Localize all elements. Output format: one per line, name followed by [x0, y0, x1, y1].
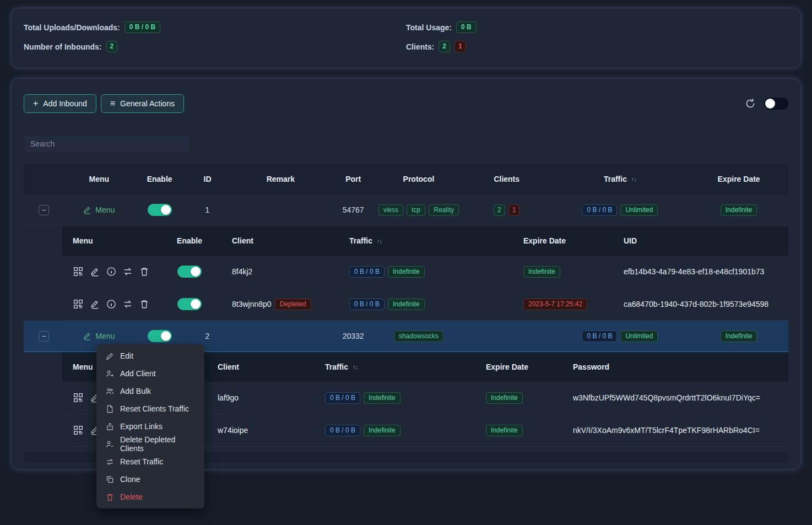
menu-item-label: Export Links: [120, 422, 163, 431]
inbound-id: 2: [186, 332, 230, 340]
inbound-port: 20332: [332, 332, 375, 340]
client-row-8f4kj2: 8f4kj2 0 B / 0 B Indefinite Indefinite e…: [62, 256, 788, 288]
sub-header-client: Client: [211, 236, 336, 245]
menu-item-label: Delete: [120, 492, 142, 501]
theme-toggle[interactable]: [764, 98, 788, 110]
client-expired-badge: 2023-5-7 17:25:42: [523, 299, 587, 310]
header-remark: Remark: [229, 175, 332, 183]
header-traffic[interactable]: Traffic ↑↓: [551, 175, 690, 183]
menu-item-clone[interactable]: Clone: [96, 470, 204, 488]
sub-header-traffic[interactable]: Traffic ↑↓: [318, 362, 478, 371]
sub-header-traffic-label: Traffic: [325, 362, 348, 371]
sub-header-client: Client: [203, 362, 318, 371]
menu-item-label: Add Client: [120, 369, 156, 378]
inbound-row-1: − Menu 1 54767 vless tcp Reality: [24, 194, 788, 226]
general-actions-button[interactable]: ≡ General Actions: [101, 94, 184, 113]
stat-usage-label: Total Usage:: [406, 23, 452, 32]
enable-cell: [134, 330, 186, 342]
client-expire-badge: Indefinite: [486, 425, 523, 436]
inbound-menu-button[interactable]: Menu: [83, 205, 115, 214]
inbound-enable-toggle[interactable]: [148, 204, 172, 216]
enable-cell: [134, 204, 186, 216]
client-traffic-badge: 0 B / 0 B: [325, 425, 360, 436]
edit-pencil-icon: [83, 206, 91, 214]
menu-item-reset-clients-traffic[interactable]: Reset Clients Traffic: [96, 400, 204, 418]
stat-uploads-label: Total Uploads/Downloads:: [24, 23, 120, 32]
collapse-inbound-button[interactable]: −: [39, 205, 49, 215]
security-tag: Reality: [429, 204, 459, 216]
menu-item-export-links[interactable]: Export Links: [96, 418, 204, 435]
reset-client-traffic-icon[interactable]: [122, 266, 133, 277]
client-uid: efb14b43-4a79-4e83-ef18-e48cf1901b73: [611, 267, 788, 276]
client-enable-toggle[interactable]: [177, 298, 202, 310]
depleted-badge: Depleted: [275, 299, 311, 310]
inbound-traffic-cell: 0 B / 0 B Unlimited: [551, 204, 690, 216]
stat-inbounds-value-badge: 2: [106, 41, 118, 52]
inbound-port: 54767: [332, 205, 375, 214]
client-actions: [62, 266, 168, 277]
client-actions: [62, 299, 168, 310]
qr-code-icon[interactable]: [73, 425, 84, 436]
stat-uploads-value-badge: 0 B / 0 B: [124, 21, 160, 33]
qr-code-icon[interactable]: [73, 392, 84, 403]
header-protocol: Protocol: [375, 175, 463, 183]
header-clients: Clients: [463, 175, 551, 183]
export-icon: [106, 423, 114, 431]
qr-code-icon[interactable]: [73, 266, 84, 277]
menu-item-delete[interactable]: Delete: [96, 488, 204, 506]
client-info-icon[interactable]: [106, 266, 117, 277]
menu-bars-icon: ≡: [110, 99, 115, 108]
client-traffic-badge: 0 B / 0 B: [349, 299, 385, 310]
delete-client-icon[interactable]: [139, 299, 150, 310]
menu-item-add-bulk[interactable]: Add Bulk: [96, 382, 204, 400]
client-enable-toggle[interactable]: [177, 266, 202, 278]
inbound-menu-button[interactable]: Menu: [83, 332, 115, 340]
edit-client-icon[interactable]: [89, 299, 100, 310]
client-row-8t3wjnn8p0: 8t3wjnn8p0 Depleted 0 B / 0 B Indefinite…: [62, 288, 788, 321]
user-delete-icon: [106, 440, 114, 448]
traffic-limit-badge: Unlimited: [620, 204, 658, 216]
header-id[interactable]: ID: [186, 175, 230, 183]
menu-item-delete-depleted-clients[interactable]: Delete Depleted Clients: [96, 435, 204, 453]
plus-icon: +: [33, 99, 38, 108]
reset-client-traffic-icon[interactable]: [122, 299, 133, 310]
sub-header-uid: UID: [611, 236, 788, 245]
toolbar-right: [744, 98, 788, 110]
stat-uploads-downloads: Total Uploads/Downloads: 0 B / 0 B: [24, 21, 406, 33]
sub-header-enable: Enable: [168, 236, 211, 245]
sort-arrows-icon: ↑↓: [631, 176, 636, 182]
header-enable: Enable: [134, 175, 186, 183]
delete-client-icon[interactable]: [139, 266, 150, 277]
menu-item-reset-traffic[interactable]: Reset Traffic: [96, 453, 204, 470]
user-add-icon: [106, 370, 114, 378]
inbound-menu-label: Menu: [95, 332, 115, 340]
edit-client-icon[interactable]: [89, 266, 100, 277]
inbound-expire-cell: Indefinite: [689, 331, 788, 342]
client-name: 8t3wjnn8p0: [232, 300, 272, 308]
client-info-icon[interactable]: [106, 299, 117, 310]
menu-item-label: Delete Depleted Clients: [120, 435, 195, 453]
client-expire-cell: 2023-5-7 17:25:42: [512, 299, 611, 310]
qr-code-icon[interactable]: [73, 299, 84, 310]
stat-clients-active-badge: 2: [439, 41, 450, 52]
add-inbound-button[interactable]: + Add Inbound: [24, 94, 96, 113]
client-traffic-limit-badge: Indefinite: [364, 392, 400, 404]
refresh-icon[interactable]: [744, 98, 756, 110]
client-expire-cell: Indefinite: [478, 392, 566, 404]
client-traffic-cell: 0 B / 0 B Indefinite: [318, 392, 478, 404]
collapse-inbound-button[interactable]: −: [39, 331, 49, 342]
sub-header-menu: Menu: [62, 236, 168, 245]
client-expire-cell: Indefinite: [512, 266, 611, 278]
menu-item-add-client[interactable]: Add Client: [96, 365, 204, 382]
client-traffic-cell: 0 B / 0 B Indefinite: [336, 299, 512, 310]
inbound-enable-toggle[interactable]: [148, 330, 172, 342]
traffic-limit-badge: Unlimited: [620, 331, 658, 342]
menu-item-edit[interactable]: Edit: [96, 347, 204, 365]
menu-cell: Menu: [64, 332, 134, 340]
client-uid: ca68470b-1940-437d-802b-1f9573e94598: [611, 300, 788, 308]
sub-header-traffic[interactable]: Traffic ↑↓: [336, 236, 512, 245]
search-input[interactable]: [24, 135, 189, 153]
general-actions-label: General Actions: [120, 99, 175, 108]
client-traffic-limit-badge: Indefinite: [364, 425, 400, 436]
client-traffic-cell: 0 B / 0 B Indefinite: [318, 425, 478, 436]
